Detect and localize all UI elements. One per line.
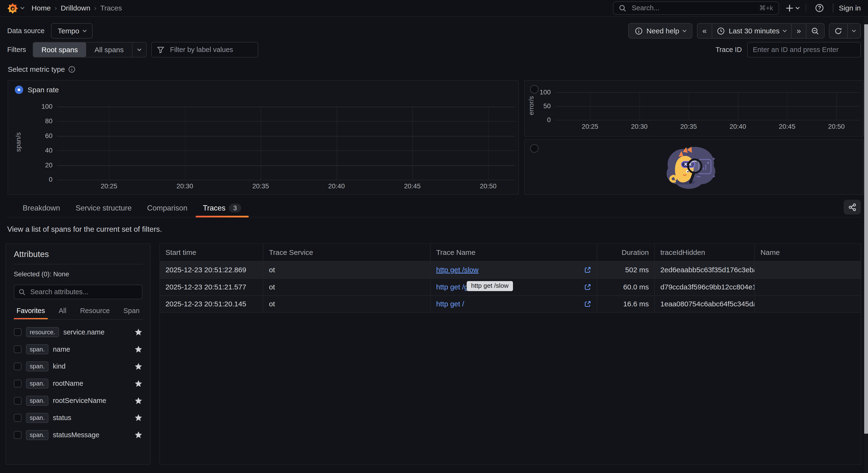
cell-duration: 502 ms — [597, 262, 655, 278]
tab-label: Traces — [203, 204, 225, 212]
attribute-name: status — [53, 414, 71, 422]
y-tick: 0 — [19, 176, 53, 183]
attribute-scope-tag: span. — [26, 379, 49, 388]
trace-name-link[interactable]: http get /g — [436, 283, 468, 291]
star-icon[interactable] — [134, 345, 142, 353]
time-shift-back-button[interactable]: « — [698, 24, 712, 38]
tab-label: Breakdown — [23, 204, 60, 212]
traces-table: Start time Trace Service Trace Name Dura… — [159, 243, 861, 465]
info-circle-icon[interactable] — [68, 66, 75, 73]
col-header-name[interactable]: Name — [755, 244, 861, 261]
attributes-search-input[interactable] — [29, 288, 137, 297]
attribute-name: statusMessage — [53, 431, 99, 439]
label-filter-field[interactable] — [151, 42, 258, 58]
divider — [13, 319, 144, 320]
attribute-checkbox[interactable] — [14, 414, 22, 421]
cell-trace-name: http get /slow — [431, 262, 597, 278]
chevron-down-icon — [852, 28, 856, 32]
trace-name-link[interactable]: http get /slow — [436, 266, 478, 274]
datasource-picker[interactable]: Tempo — [51, 23, 92, 39]
tab-breakdown[interactable]: Breakdown — [16, 199, 67, 217]
duration-metric-radio[interactable] — [530, 144, 538, 153]
attr-tab-span[interactable]: Span — [122, 307, 141, 319]
col-header-traceidhidden[interactable]: traceIdHidden — [655, 244, 755, 261]
share-button[interactable] — [844, 200, 861, 215]
tab-service-structure[interactable]: Service structure — [68, 199, 139, 217]
attribute-checkbox[interactable] — [14, 328, 22, 336]
time-range-picker[interactable]: Last 30 minutes — [712, 24, 792, 38]
attributes-selected-summary: Selected (0): None — [14, 270, 143, 278]
x-tick: 20:30 — [625, 123, 653, 130]
star-icon[interactable] — [134, 397, 142, 405]
grafana-logo[interactable] — [7, 3, 24, 13]
attribute-checkbox[interactable] — [14, 380, 22, 387]
breadcrumb-home[interactable]: Home — [31, 4, 51, 12]
chevron-down-icon — [796, 5, 800, 9]
list-item: span. status — [14, 409, 143, 427]
x-tick: 20:25 — [576, 123, 604, 130]
sign-in-link[interactable]: Sign in — [839, 4, 861, 12]
chevron-down-icon — [83, 28, 86, 32]
grafana-mascot-illustration — [660, 144, 722, 192]
attribute-scope-tag: span. — [26, 362, 49, 371]
label-filter-input[interactable] — [169, 45, 253, 54]
clock-icon — [717, 27, 724, 35]
refresh-interval-dropdown[interactable] — [848, 24, 860, 38]
col-header-duration[interactable]: Duration — [597, 244, 655, 261]
toggle-root-spans[interactable]: Root spans — [33, 42, 86, 57]
grafana-drilldown-traces-app: Home › Drilldown › Traces ⌘+k — [0, 0, 868, 473]
breadcrumb-separator: › — [55, 4, 57, 12]
attribute-scope-tag: span. — [26, 413, 49, 423]
col-header-trace-service[interactable]: Trace Service — [264, 244, 431, 261]
attributes-panel: Attributes Selected (0): None Favorites … — [5, 243, 151, 465]
attr-tab-all[interactable]: All — [58, 307, 67, 319]
global-search[interactable]: ⌘+k — [613, 1, 779, 15]
attribute-checkbox[interactable] — [14, 431, 22, 439]
cell-trace-name: http get /g — [431, 279, 597, 295]
search-icon — [619, 4, 626, 12]
star-icon[interactable] — [134, 328, 142, 336]
external-link-icon[interactable] — [584, 266, 591, 273]
scope-dropdown-button[interactable] — [132, 42, 146, 57]
tab-comparison[interactable]: Comparison — [140, 199, 194, 217]
help-button[interactable] — [812, 3, 827, 13]
span-rate-radio[interactable] — [15, 86, 23, 94]
y-tick: 50 — [520, 102, 551, 110]
trace-id-input[interactable] — [747, 42, 861, 58]
top-nav: Home › Drilldown › Traces ⌘+k — [0, 0, 868, 17]
info-circle-icon — [635, 27, 643, 35]
attribute-checkbox[interactable] — [14, 397, 22, 405]
attr-tab-resource[interactable]: Resource — [79, 307, 111, 319]
star-icon[interactable] — [134, 414, 142, 421]
col-header-trace-name[interactable]: Trace Name — [431, 244, 597, 261]
attribute-checkbox[interactable] — [14, 345, 22, 353]
external-link-icon[interactable] — [584, 300, 591, 308]
tab-traces[interactable]: Traces 3 — [196, 199, 248, 217]
attributes-search-field[interactable] — [14, 285, 143, 299]
refresh-button[interactable] — [829, 24, 847, 38]
attr-tab-favorites[interactable]: Favorites — [16, 307, 46, 319]
attribute-scope-tag: span. — [26, 344, 49, 354]
need-help-button[interactable]: Need help — [628, 23, 692, 39]
time-zoom-out-button[interactable] — [806, 24, 824, 38]
page-scrollbar[interactable] — [864, 17, 868, 473]
star-icon[interactable] — [134, 431, 142, 439]
toggle-all-spans[interactable]: All spans — [86, 42, 132, 57]
search-input[interactable] — [630, 4, 755, 13]
breadcrumb: Home › Drilldown › Traces — [31, 4, 122, 12]
divider — [833, 4, 833, 12]
star-icon[interactable] — [134, 380, 142, 387]
add-new-button[interactable] — [784, 3, 800, 13]
time-shift-forward-button[interactable]: » — [792, 24, 806, 38]
external-link-icon[interactable] — [584, 283, 591, 291]
trace-name-link[interactable]: http get / — [436, 300, 464, 308]
attribute-checkbox[interactable] — [14, 363, 22, 370]
cell-trace-id: d79ccda3f596c9bb12cc804e1 — [655, 279, 755, 295]
star-icon[interactable] — [134, 363, 142, 370]
col-header-start-time[interactable]: Start time — [160, 244, 264, 261]
attribute-name: rootServiceName — [53, 397, 106, 405]
cell-name — [755, 262, 861, 278]
y-tick: 100 — [19, 103, 53, 110]
scrollbar-thumb[interactable] — [864, 24, 868, 434]
breadcrumb-drilldown[interactable]: Drilldown — [61, 4, 90, 12]
